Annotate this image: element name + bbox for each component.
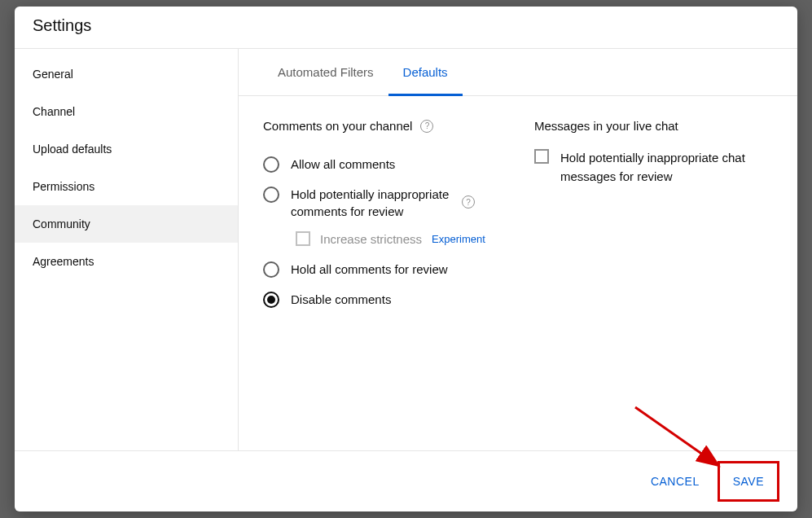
radio-icon (263, 156, 279, 173)
help-icon[interactable]: ? (420, 120, 433, 133)
sidebar-item-upload-defaults[interactable]: Upload defaults (15, 130, 238, 168)
comments-heading: Comments on your channel ? (263, 119, 502, 133)
increase-strictness-option[interactable]: Increase strictness Experiment (296, 226, 502, 254)
checkbox-icon (296, 231, 310, 246)
radio-icon (263, 261, 279, 278)
settings-dialog: Settings General Channel Upload defaults… (15, 7, 797, 511)
save-button[interactable]: SAVE (722, 468, 775, 495)
checkbox-icon (534, 149, 549, 164)
livechat-column: Messages in your live chat Hold potentia… (534, 119, 773, 428)
dialog-footer: CANCEL SAVE (15, 450, 797, 511)
radio-icon (263, 292, 279, 308)
dialog-header: Settings (15, 7, 797, 49)
comments-column: Comments on your channel ? Allow all com… (263, 119, 502, 428)
help-icon[interactable]: ? (462, 195, 475, 209)
tab-automated-filters[interactable]: Automated Filters (263, 49, 388, 96)
livechat-heading: Messages in your live chat (534, 119, 773, 133)
radio-disable-comments[interactable]: Disable comments (263, 284, 502, 314)
radio-icon (263, 187, 279, 203)
sidebar-item-channel[interactable]: Channel (15, 93, 238, 130)
radio-allow-all[interactable]: Allow all comments (263, 149, 502, 179)
cancel-button[interactable]: CANCEL (639, 461, 711, 502)
radio-hold-inappropriate[interactable]: Hold potentially inappropriate comments … (263, 179, 502, 226)
dialog-title: Settings (33, 16, 779, 35)
radio-dot-icon (267, 296, 275, 304)
sidebar-item-general[interactable]: General (15, 55, 238, 93)
sidebar-item-community[interactable]: Community (15, 205, 238, 243)
save-button-highlight: SAVE (718, 461, 779, 502)
checkbox-hold-chat-messages[interactable]: Hold potentially inappropriate chat mess… (534, 149, 773, 186)
content-area: Automated Filters Defaults Comments on y… (239, 49, 797, 450)
defaults-panel: Comments on your channel ? Allow all com… (239, 96, 797, 450)
tabs-bar: Automated Filters Defaults (239, 49, 797, 96)
sidebar-item-permissions[interactable]: Permissions (15, 168, 238, 205)
settings-sidebar: General Channel Upload defaults Permissi… (15, 49, 239, 450)
dialog-body: General Channel Upload defaults Permissi… (15, 49, 797, 450)
experiment-badge: Experiment (432, 233, 485, 245)
sidebar-item-agreements[interactable]: Agreements (15, 243, 238, 280)
radio-hold-all[interactable]: Hold all comments for review (263, 254, 502, 284)
tab-defaults[interactable]: Defaults (388, 49, 463, 96)
